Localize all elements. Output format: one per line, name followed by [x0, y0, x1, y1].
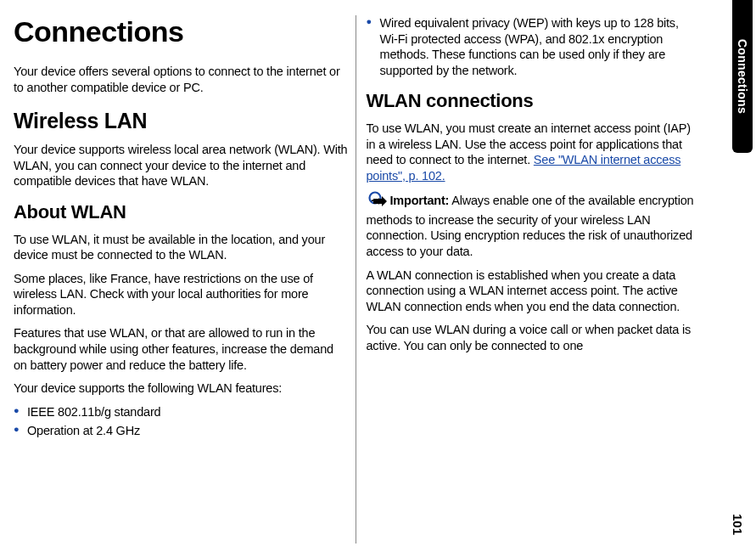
important-arrow-icon	[367, 191, 387, 212]
list-item: Wired equivalent privacy (WEP) with keys…	[367, 15, 699, 78]
wlan-connections-p4: You can use WLAN during a voice call or …	[367, 322, 699, 353]
intro-paragraph: Your device offers several options to co…	[14, 64, 349, 95]
heading-wlan-connections: WLAN connections	[367, 90, 699, 112]
about-wlan-p1: To use WLAN, it must be available in the…	[14, 232, 349, 263]
section-tab-label: Connections	[736, 39, 749, 114]
wlan-features-list: IEEE 802.11b/g standard Operation at 2.4…	[14, 404, 349, 439]
list-item: Operation at 2.4 GHz	[14, 423, 349, 439]
about-wlan-p2: Some places, like France, have restricti…	[14, 271, 349, 318]
about-wlan-p4: Your device supports the following WLAN …	[14, 380, 349, 397]
left-column: Connections Your device offers several o…	[7, 15, 356, 544]
two-column-layout: Connections Your device offers several o…	[7, 15, 705, 544]
heading-about-wlan: About WLAN	[14, 201, 349, 223]
important-note: Important: Always enable one of the avai…	[367, 191, 699, 259]
document-page: Connections 101 Connections Your device …	[0, 0, 756, 552]
section-tab: Connections	[732, 0, 753, 153]
heading-wireless-lan: Wireless LAN	[14, 109, 349, 133]
wlan-connections-p3: A WLAN connection is established when yo…	[367, 268, 699, 315]
right-column: Wired equivalent privacy (WEP) with keys…	[356, 15, 706, 544]
page-number: 101	[731, 514, 745, 535]
list-item: IEEE 802.11b/g standard	[14, 404, 349, 420]
wlan-intro-paragraph: Your device supports wireless local area…	[14, 142, 349, 189]
important-label: Important:	[390, 194, 450, 207]
about-wlan-p3: Features that use WLAN, or that are allo…	[14, 325, 349, 373]
wlan-features-list-continued: Wired equivalent privacy (WEP) with keys…	[367, 15, 699, 78]
page-title: Connections	[14, 15, 349, 48]
wlan-connections-p1: To use WLAN, you must create an internet…	[367, 121, 699, 183]
